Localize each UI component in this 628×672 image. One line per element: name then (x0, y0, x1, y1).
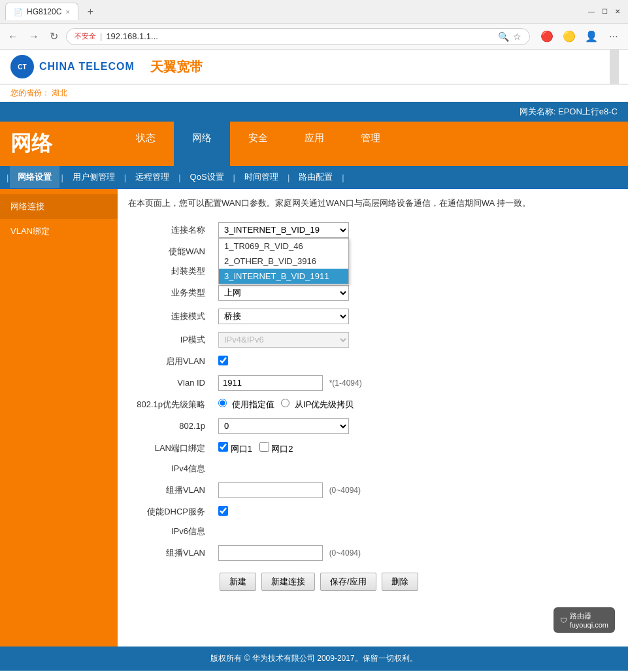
vlan-id-hint: *(1-4094) (329, 378, 362, 388)
cell-ipv4 (213, 459, 618, 479)
connection-name-dropdown: 1_TR069_R_VID_46 2_OTHER_B_VID_3916 3_IN… (218, 238, 349, 284)
nav-tabs: 状态 网络 安全 应用 管理 (118, 122, 628, 166)
more-button[interactable]: ··· (604, 27, 623, 46)
cell-vlan-id: *(1-4094) (213, 371, 618, 395)
label-connection-name: 连接名称 (128, 218, 213, 242)
delete-button[interactable]: 删除 (382, 573, 418, 591)
priority-specified-radio[interactable] (218, 399, 227, 407)
subnav-time[interactable]: 时间管理 (237, 166, 286, 188)
minimize-button[interactable]: — (586, 7, 597, 17)
priority-copy-radio[interactable] (281, 399, 289, 407)
refresh-button[interactable]: ↻ (47, 27, 61, 45)
label-enable-wan: 使能WAN (128, 242, 213, 261)
province-bar: 您的省份： 湖北 (0, 85, 628, 102)
main-content: 在本页面上，您可以配置WAN口参数。家庭网关通过WAN口与高层网络设备通信，在通… (118, 189, 628, 647)
new-connection-button[interactable]: 新建连接 (261, 573, 315, 591)
content-wrapper: 网络连接 VLAN绑定 在本页面上，您可以配置WAN口参数。家庭网关通过WAN口… (0, 189, 628, 647)
page-description: 在本页面上，您可以配置WAN口参数。家庭网关通过WAN口与高层网络设备通信，在通… (128, 197, 618, 210)
cell-dhcp (213, 502, 618, 522)
label-encap-type: 封装类型 (128, 261, 213, 281)
subnav-remote-management[interactable]: 远程管理 (127, 166, 177, 188)
cell-ipv6 (213, 522, 618, 541)
browser-titlebar: 📄 HG8120C × + — ☐ ✕ (0, 0, 628, 24)
connection-mode-select[interactable]: 桥接 (218, 309, 349, 324)
cell-ip-mode: IPv4&IPv6 (213, 328, 618, 352)
scrollbar[interactable] (610, 50, 619, 84)
back-button[interactable]: ← (5, 28, 21, 45)
label-enable-vlan: 启用VLAN (128, 352, 213, 371)
label-multicast-vlan: 组播VLAN (128, 479, 213, 502)
cell-connection-name: 3_INTERNET_B_VID_19 1_TR069_R_VID_46 2_O… (213, 218, 618, 242)
enable-vlan-checkbox[interactable] (218, 356, 228, 365)
new-button[interactable]: 新建 (220, 573, 256, 591)
button-bar: 新建 新建连接 保存/应用 删除 (128, 573, 618, 591)
tab-status[interactable]: 状态 (118, 122, 174, 166)
multicast-vlan-hint: (0~4094) (329, 486, 361, 495)
user-icon[interactable]: 👤 (582, 27, 601, 46)
label-vlan-id: Vlan ID (128, 371, 213, 395)
subnav-user-management[interactable]: 用户侧管理 (65, 166, 123, 188)
save-apply-button[interactable]: 保存/应用 (320, 573, 376, 591)
tab-close-button[interactable]: × (65, 8, 69, 16)
dropdown-option-1[interactable]: 1_TR069_R_VID_46 (219, 239, 348, 254)
close-button[interactable]: ✕ (612, 7, 623, 17)
tab-bar: 📄 HG8120C × + (5, 2, 100, 22)
logo-icon: CT (10, 55, 34, 78)
sub-nav-sep-4: | (232, 173, 237, 182)
extensions-icon[interactable]: 🔴 (538, 27, 556, 46)
tab-app[interactable]: 应用 (286, 122, 342, 166)
gateway-bar: 网关名称: EPON上行e8-C (0, 102, 628, 122)
new-tab-button[interactable]: + (81, 2, 100, 22)
security-indicator: 不安全 (74, 31, 96, 41)
dhcp-checkbox[interactable] (218, 506, 228, 516)
row-enable-vlan: 启用VLAN (128, 352, 618, 371)
label-dot1p: 802.1p (128, 414, 213, 438)
row-vlan-priority: 802.1p优先级策略 使用指定值 从IP优先级拷贝 (128, 395, 618, 414)
tab-manage[interactable]: 管理 (342, 122, 399, 166)
sidebar-item-vlan-bind[interactable]: VLAN绑定 (0, 219, 118, 244)
lan-port2-checkbox[interactable] (259, 442, 269, 452)
watermark-text-2: fuyouqi.com (570, 621, 608, 629)
multicast-vlan-input[interactable] (218, 482, 323, 498)
section-title: 网络 (10, 129, 52, 158)
row-ipv4: IPv4信息 (128, 459, 618, 479)
cell-connection-mode: 桥接 (213, 305, 618, 328)
subnav-qos[interactable]: QoS设置 (182, 166, 232, 188)
sidebar-item-network-connection[interactable]: 网络连接 (0, 194, 118, 219)
active-tab[interactable]: 📄 HG8120C × (5, 3, 78, 20)
toolbar-icons: 🔴 🟡 👤 ··· (538, 27, 623, 46)
vlan-id-input[interactable] (218, 375, 323, 391)
province-label: 您的省份： (10, 88, 50, 97)
forward-button[interactable]: → (26, 28, 42, 45)
lan-port1-checkbox[interactable] (218, 442, 228, 452)
chrome-icon[interactable]: 🟡 (560, 27, 578, 46)
service-type-select[interactable]: 上网 (218, 285, 349, 301)
subnav-routing[interactable]: 路由配置 (291, 166, 340, 188)
dropdown-option-3[interactable]: 3_INTERNET_B_VID_1911 (219, 269, 348, 284)
tab-network[interactable]: 网络 (174, 122, 230, 166)
main-nav: 网络 状态 网络 安全 应用 管理 (0, 122, 628, 166)
tab-security[interactable]: 安全 (230, 122, 286, 166)
ip-mode-select[interactable]: IPv4&IPv6 (218, 332, 349, 348)
connection-name-select[interactable]: 3_INTERNET_B_VID_19 (218, 222, 349, 238)
sub-nav: | 网络设置 | 用户侧管理 | 远程管理 | QoS设置 | 时间管理 | 路… (0, 166, 628, 189)
multicast-vlan2-input[interactable] (218, 545, 323, 561)
watermark: 🛡 路由器 fuyouqi.com (554, 607, 615, 633)
subnav-network-settings[interactable]: 网络设置 (10, 166, 59, 188)
logo-area: CT CHINA TELECOM 天翼宽带 (10, 55, 203, 78)
sub-nav-sep-5: | (286, 173, 291, 182)
sub-nav-sep-3: | (177, 173, 182, 182)
maximize-button[interactable]: ☐ (599, 7, 610, 17)
label-connection-mode: 连接模式 (128, 305, 213, 328)
url-text: 192.168.1.1... (106, 31, 494, 41)
bookmark-icon[interactable]: ☆ (513, 31, 521, 42)
search-icon[interactable]: 🔍 (498, 31, 509, 42)
dot1p-select[interactable]: 0 (218, 418, 349, 434)
row-service-type: 业务类型 上网 (128, 281, 618, 305)
url-bar[interactable]: 不安全 | 192.168.1.1... 🔍 ☆ (66, 28, 530, 45)
dropdown-option-2[interactable]: 2_OTHER_B_VID_3916 (219, 254, 348, 269)
label-dhcp: 使能DHCP服务 (128, 502, 213, 522)
cell-lan-bind: 网口1 网口2 (213, 438, 618, 459)
footer-text: 版权所有 © 华为技术有限公司 2009-2017。保留一切权利。 (210, 654, 417, 663)
address-bar: ← → ↻ 不安全 | 192.168.1.1... 🔍 ☆ 🔴 🟡 👤 ··· (0, 24, 628, 50)
